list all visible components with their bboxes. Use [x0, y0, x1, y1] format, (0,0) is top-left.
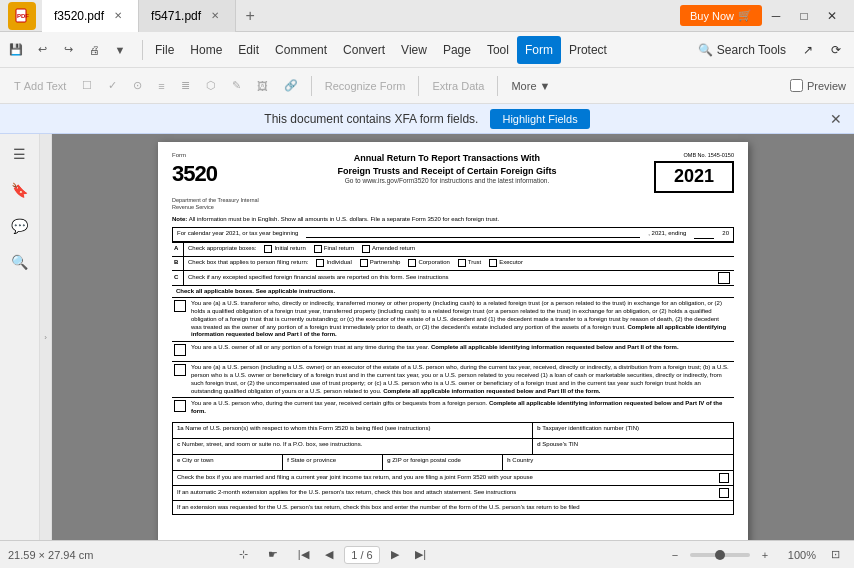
- zoom-value: 100%: [780, 549, 816, 561]
- form-field-1-button[interactable]: ☐: [76, 73, 98, 99]
- form-field-9-button[interactable]: 🔗: [278, 73, 304, 99]
- menu-edit[interactable]: Edit: [230, 36, 267, 64]
- initial-return-checkbox[interactable]: [264, 245, 272, 253]
- recognize-form-button[interactable]: Recognize Form: [319, 73, 412, 99]
- menu-comment[interactable]: Comment: [267, 36, 335, 64]
- preview-checkbox[interactable]: [790, 79, 803, 92]
- dropdown-icon[interactable]: ▼: [108, 38, 132, 62]
- zoom-in-button[interactable]: +: [754, 544, 776, 566]
- row-c-content: Check if any excepted specified foreign …: [184, 271, 734, 285]
- add-tab-button[interactable]: +: [236, 2, 264, 30]
- item-2-text: You are a U.S. owner of all or any porti…: [188, 342, 734, 361]
- sidebar-annotations[interactable]: 💬: [4, 210, 36, 242]
- search-tools-button[interactable]: 🔍 Search Tools: [690, 39, 794, 61]
- first-page-button[interactable]: |◀: [292, 544, 314, 566]
- cell-h: h Country: [503, 455, 733, 470]
- share-button[interactable]: ↗: [794, 36, 822, 64]
- buy-now-icon: 🛒: [738, 9, 752, 22]
- info-button[interactable]: ⟳: [822, 36, 850, 64]
- omb-text: OMB No. 1545-0150: [654, 152, 734, 159]
- minimize-button[interactable]: ─: [762, 2, 790, 30]
- print-icon[interactable]: 🖨: [82, 38, 106, 62]
- amended-return-checkbox[interactable]: [362, 245, 370, 253]
- form-field-5-button[interactable]: ≣: [175, 73, 196, 99]
- add-text-button[interactable]: T Add Text: [8, 73, 72, 99]
- item-3-checkbox[interactable]: [174, 364, 186, 376]
- hand-tool[interactable]: ☛: [262, 544, 284, 566]
- pdf-scroll-area[interactable]: Form 3520 Annual Return To Report Transa…: [52, 134, 854, 540]
- form-number: 3520: [172, 160, 217, 189]
- tab-close-f3520[interactable]: ✕: [110, 8, 126, 24]
- zoom-slider[interactable]: [690, 553, 750, 557]
- menu-form[interactable]: Form: [517, 36, 561, 64]
- cb-extension[interactable]: [719, 488, 729, 498]
- add-text-icon: T: [14, 80, 21, 92]
- form-field-9-icon: 🔗: [284, 79, 298, 92]
- item-4-text: You are a U.S. person who, during the cu…: [188, 398, 734, 418]
- undo-icon[interactable]: ↩: [30, 38, 54, 62]
- tab-f3520[interactable]: f3520.pdf ✕: [42, 0, 139, 32]
- sidebar-bookmarks[interactable]: 🔖: [4, 174, 36, 206]
- form-field-8-button[interactable]: 🖼: [251, 73, 274, 99]
- individual-checkbox[interactable]: [316, 259, 324, 267]
- fit-page-button[interactable]: ⊡: [824, 544, 846, 566]
- item-3: You are (a) a U.S. person (including a U…: [172, 361, 734, 397]
- cb-married[interactable]: [719, 473, 729, 483]
- trust-checkbox[interactable]: [458, 259, 466, 267]
- highlight-fields-button[interactable]: Highlight Fields: [490, 109, 589, 129]
- form-field-2-button[interactable]: ✓: [102, 73, 123, 99]
- executor-item: Executor: [489, 259, 523, 267]
- form-label: Form: [172, 152, 186, 160]
- item-2-checkbox[interactable]: [174, 344, 186, 356]
- cursor-tool[interactable]: ⊹: [232, 544, 254, 566]
- next-page-button[interactable]: ▶: [384, 544, 406, 566]
- checkbox-row-3: If an extension was requested for the U.…: [173, 501, 733, 515]
- prev-page-button[interactable]: ◀: [318, 544, 340, 566]
- sidebar-thumbnails[interactable]: ☰: [4, 138, 36, 170]
- menu-home[interactable]: Home: [182, 36, 230, 64]
- more-button[interactable]: More ▼: [505, 73, 556, 99]
- final-return-checkbox[interactable]: [314, 245, 322, 253]
- zoom-out-button[interactable]: −: [664, 544, 686, 566]
- tab-label: f3520.pdf: [54, 9, 104, 23]
- checkbox-row-1: Check the box if you are married and fil…: [173, 471, 733, 486]
- menu-page[interactable]: Page: [435, 36, 479, 64]
- preview-label: Preview: [807, 80, 846, 92]
- menu-protect[interactable]: Protect: [561, 36, 615, 64]
- menu-view[interactable]: View: [393, 36, 435, 64]
- item-4-checkbox[interactable]: [174, 400, 186, 412]
- buy-now-button[interactable]: Buy Now 🛒: [680, 5, 762, 26]
- corporation-checkbox[interactable]: [408, 259, 416, 267]
- row-c-checkbox[interactable]: [718, 272, 730, 284]
- close-button[interactable]: ✕: [818, 2, 846, 30]
- extra-data-button[interactable]: Extra Data: [426, 73, 490, 99]
- app-icon: PDF: [8, 2, 36, 30]
- form-field-1-icon: ☐: [82, 79, 92, 92]
- xfa-close-button[interactable]: ✕: [826, 109, 846, 129]
- dept-line2: Revenue Service: [172, 204, 734, 212]
- save-icon[interactable]: 💾: [4, 38, 28, 62]
- form-field-6-icon: ⬡: [206, 79, 216, 92]
- form-field-3-button[interactable]: ⊙: [127, 73, 148, 99]
- redo-icon[interactable]: ↪: [56, 38, 80, 62]
- menu-file[interactable]: File: [147, 36, 182, 64]
- executor-checkbox[interactable]: [489, 259, 497, 267]
- form-field-4-button[interactable]: ≡: [152, 73, 170, 99]
- tab-close-f5471[interactable]: ✕: [207, 8, 223, 24]
- menu-convert[interactable]: Convert: [335, 36, 393, 64]
- form-field-6-button[interactable]: ⬡: [200, 73, 222, 99]
- menu-tool[interactable]: Tool: [479, 36, 517, 64]
- form-title-line2: Foreign Trusts and Receipt of Certain Fo…: [240, 165, 654, 178]
- toolbar-sep-3: [497, 76, 498, 96]
- partnership-checkbox[interactable]: [360, 259, 368, 267]
- maximize-button[interactable]: □: [790, 2, 818, 30]
- collapse-handle[interactable]: ›: [40, 134, 52, 540]
- main-area: ☰ 🔖 💬 🔍 › Form 3520 Annual Return To Rep…: [0, 134, 854, 540]
- sidebar-search[interactable]: 🔍: [4, 246, 36, 278]
- menu-sep-1: [142, 40, 143, 60]
- tab-f5471[interactable]: f5471.pdf ✕: [139, 0, 236, 32]
- last-page-button[interactable]: ▶|: [410, 544, 432, 566]
- item-1-checkbox[interactable]: [174, 300, 186, 312]
- row-a-label: A: [172, 243, 184, 256]
- form-field-7-button[interactable]: ✎: [226, 73, 247, 99]
